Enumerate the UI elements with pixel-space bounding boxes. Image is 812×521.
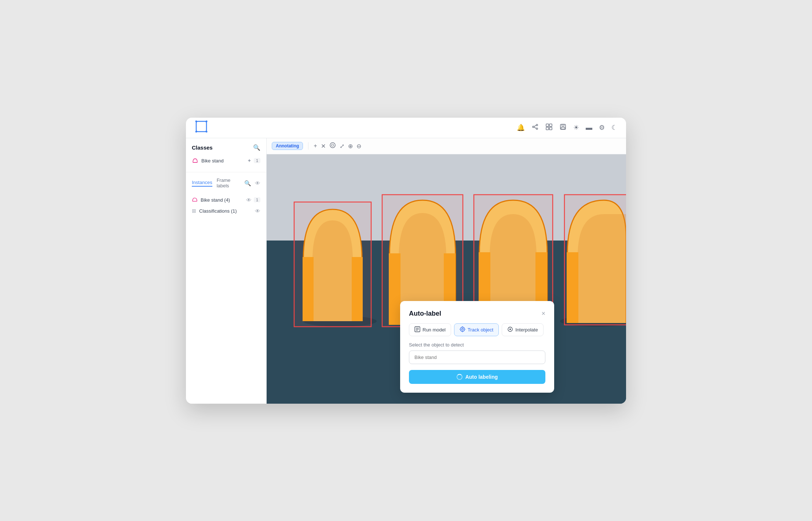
svg-point-4 [206,131,208,132]
annotating-badge: Annotating [272,142,303,150]
svg-point-7 [536,128,538,129]
object-select-input[interactable] [409,351,545,364]
bikestand-1 [294,202,371,327]
modal-header: Auto-label × [409,310,545,318]
modal-title: Auto-label [409,310,441,318]
instances-search-icon[interactable]: 🔍 [244,180,251,187]
instance-visibility-icon[interactable]: 👁 [246,197,252,203]
instance-name-bikestand: Bike stand (4) [201,197,230,203]
class-item-bikestand: Bike stand ✦ 1 [192,155,260,166]
instance-count-badge: 1 [254,197,260,202]
svg-point-1 [195,120,197,122]
app-window: 🔔 ☀ ▬ ⚙ ☾ Classes 🔍 [186,118,626,404]
settings-icon[interactable]: ⚙ [599,124,605,132]
svg-point-2 [206,120,208,122]
toolbar-polygon-icon[interactable] [329,142,336,150]
svg-rect-37 [567,252,578,323]
classes-search-icon[interactable]: 🔍 [253,144,260,151]
toolbar: Annotating + ✕ ⤢ ⊕ ⊖ [267,138,626,154]
keyboard-icon[interactable]: ▬ [586,124,592,132]
class-item-left: Bike stand [192,157,224,165]
svg-rect-31 [389,253,400,325]
toolbar-separator [308,142,308,150]
toolbar-expand-icon[interactable]: ⤢ [340,143,344,150]
bikestand-4 [564,195,626,325]
modal-overlay: Auto-label × Run model [400,301,554,393]
share-icon[interactable] [531,123,539,132]
classes-section: Classes 🔍 Bike stand ✦ [186,138,266,172]
svg-rect-10 [546,124,549,126]
svg-rect-28 [303,257,314,321]
toolbar-zoom-out-icon[interactable]: ⊖ [356,143,361,150]
svg-line-9 [534,127,536,128]
svg-rect-11 [549,124,552,126]
auto-labeling-spinner [457,374,462,380]
save-icon[interactable] [559,123,567,132]
instance-left: Bike stand (4) [192,197,230,203]
classif-left: ⊞ Classifications (1) [192,208,237,214]
track-object-icon [460,326,465,333]
notification-icon[interactable]: 🔔 [517,124,525,132]
tab-track-object-label: Track object [468,327,493,333]
magic-wand-icon[interactable]: ✦ [247,158,252,164]
instance-row-bikestand: Bike stand (4) 👁 1 [192,194,260,206]
instance-icon-bikestand [192,197,198,203]
class-name-bikestand: Bike stand [201,158,224,164]
svg-point-20 [332,144,334,146]
dark-mode-icon[interactable]: ☾ [611,124,617,132]
svg-rect-29 [352,257,363,321]
tab-interpolate[interactable]: Interpolate [502,323,543,336]
run-model-icon [414,326,420,333]
toolbar-cursor-icon[interactable]: ✕ [321,143,326,150]
instances-visibility-icon[interactable]: 👁 [255,180,260,186]
classes-title: Classes [192,144,213,151]
svg-point-3 [195,131,197,132]
classes-header: Classes 🔍 [192,144,260,151]
modal-tabs: Run model Track object [409,323,545,336]
svg-rect-0 [196,121,206,132]
class-count-badge: 1 [254,158,260,163]
canvas-area: Annotating + ✕ ⤢ ⊕ ⊖ [267,138,626,404]
svg-point-49 [509,329,511,330]
svg-point-43 [461,328,463,330]
auto-labeling-label: Auto labeling [465,374,498,380]
main-content: Classes 🔍 Bike stand ✦ [186,138,626,404]
svg-rect-12 [546,127,549,130]
brightness-icon[interactable]: ☀ [573,124,579,132]
instances-tabs: Instances Frame labels 🔍 👁 [192,177,260,189]
modal-select-label: Select the object to detect [409,342,545,348]
modal-close-button[interactable]: × [541,310,545,318]
classifications-row: ⊞ Classifications (1) 👁 [192,206,260,216]
svg-point-19 [330,143,335,148]
svg-point-6 [533,126,534,128]
auto-labeling-button[interactable]: Auto labeling [409,370,545,384]
app-logo [195,120,208,136]
instances-section: Instances Frame labels 🔍 👁 [186,172,266,404]
auto-label-modal: Auto-label × Run model [400,301,554,393]
tab-run-model[interactable]: Run model [409,323,451,336]
tab-interpolate-label: Interpolate [515,327,538,333]
classif-visibility-icon[interactable]: 👁 [255,208,260,214]
toolbar-zoom-in-icon[interactable]: ⊕ [348,143,353,150]
svg-rect-16 [561,127,565,129]
tab-track-object[interactable]: Track object [454,323,499,336]
instances-icons: 🔍 👁 [244,180,260,187]
class-icon-bikestand [192,157,198,165]
header: 🔔 ☀ ▬ ⚙ ☾ [186,118,626,138]
classif-name: Classifications (1) [199,208,237,214]
class-item-right: ✦ 1 [247,158,260,164]
svg-point-42 [460,327,465,331]
svg-point-5 [536,124,538,126]
tab-run-model-label: Run model [423,327,446,333]
svg-line-8 [534,125,536,126]
tab-frame-labels[interactable]: Frame labels [217,177,240,189]
header-actions: 🔔 ☀ ▬ ⚙ ☾ [517,123,617,132]
sidebar: Classes 🔍 Bike stand ✦ [186,138,267,404]
instance-right: 👁 1 [246,197,260,203]
grid-icon[interactable] [545,123,553,132]
classif-plus-icon[interactable]: ⊞ [192,208,196,214]
photo-canvas[interactable]: Auto-label × Run model [267,154,626,404]
toolbar-add-icon[interactable]: + [314,143,317,149]
svg-rect-13 [549,127,552,130]
tab-instances[interactable]: Instances [192,180,212,187]
